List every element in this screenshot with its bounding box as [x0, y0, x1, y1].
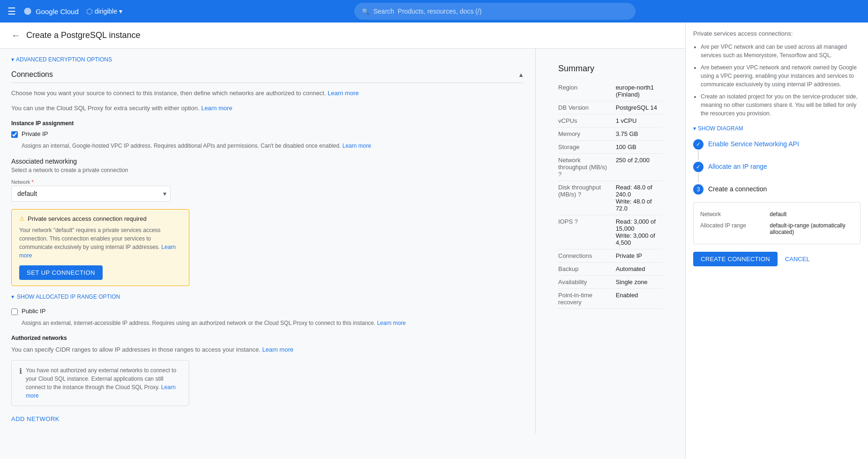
side-panel: Private services access connections: Are…	[685, 23, 868, 459]
warning-text: Your network "default" requires a privat…	[19, 226, 181, 260]
cancel-button[interactable]: CANCEL	[781, 252, 814, 266]
create-connection-button[interactable]: CREATE CONNECTION	[693, 252, 778, 266]
step-label: Create a connection	[708, 184, 767, 193]
summary-row: Point-in-time recoveryEnabled	[558, 289, 663, 309]
ip-range-value: default-ip-range (automatically allocate…	[770, 220, 853, 237]
logo-text: Google Cloud	[36, 8, 79, 15]
info-box: ℹ You have not authorized any external n…	[11, 360, 189, 406]
help-icon[interactable]: ?	[575, 218, 578, 225]
setup-connection-button[interactable]: SET UP CONNECTION	[19, 265, 103, 280]
table-row: Allocated IP range default-ip-range (aut…	[700, 220, 853, 237]
associated-networking-desc: Select a network to create a private con…	[11, 167, 524, 173]
back-button[interactable]: ←	[11, 30, 21, 41]
summary-row: Memory3.75 GB	[558, 128, 663, 141]
summary-row-label: vCPUs	[558, 114, 616, 128]
summary-table: Regioneurope-north1 (Finland)DB VersionP…	[558, 81, 663, 309]
summary-row: vCPUs1 vCPU	[558, 114, 663, 128]
nav-search-bar: 🔍	[354, 3, 636, 20]
summary-row-label: Disk throughput (MB/s) ?	[558, 181, 616, 215]
private-ip-label[interactable]: Private IP	[22, 130, 48, 137]
connections-section-title: Connections	[11, 70, 53, 79]
summary-row-value: 250 of 2,000	[616, 154, 663, 181]
summary-row-value: Enabled	[616, 289, 663, 309]
private-ip-checkbox[interactable]	[11, 131, 18, 138]
authorized-networks-desc: You can specify CIDR ranges to allow IP …	[11, 345, 524, 354]
summary-row-label: Availability	[558, 276, 616, 289]
connections-proxy-desc: You can use the Cloud SQL Proxy for extr…	[11, 104, 524, 113]
step-details-table: Network default Allocated IP range defau…	[699, 208, 854, 238]
private-ip-desc: Assigns an internal, Google-hosted VPC I…	[22, 142, 524, 150]
search-input[interactable]	[373, 8, 628, 15]
summary-row: Disk throughput (MB/s) ?Read: 48.0 of 24…	[558, 181, 663, 215]
main-content: ← Create a PostgreSQL instance ▾ ADVANCE…	[0, 23, 685, 459]
step-connector-line	[698, 150, 699, 160]
warning-icon: ⚠	[19, 215, 25, 222]
instance-ip-label: Instance IP assignment	[11, 120, 524, 127]
summary-row: Regioneurope-north1 (Finland)	[558, 81, 663, 101]
warning-title: Private services access connection requi…	[28, 215, 147, 222]
summary-row: Storage100 GB	[558, 141, 663, 154]
authorized-networks-learn-more[interactable]: Learn more	[262, 346, 293, 353]
panel-buttons: CREATE CONNECTION CANCEL	[693, 252, 861, 266]
summary-row: BackupAutomated	[558, 263, 663, 276]
step-number-icon: 3	[693, 184, 703, 195]
required-indicator: *	[31, 179, 33, 185]
summary-title: Summary	[558, 64, 663, 74]
show-ip-range-toggle[interactable]: ▾ SHOW ALLOCATED IP RANGE OPTION	[11, 293, 524, 300]
connections-header: Connections ▲	[11, 70, 524, 83]
help-icon[interactable]: ?	[558, 171, 561, 178]
connections-section: Connections ▲ Choose how you want your s…	[11, 70, 524, 426]
network-select[interactable]: default ▾	[11, 186, 171, 202]
warning-box: ⚠ Private services access connection req…	[11, 209, 189, 286]
nav-project[interactable]: ⬡ dirigible ▾	[86, 7, 122, 16]
side-panel-intro: Private services access connections:	[693, 30, 861, 37]
summary-row-value: PostgreSQL 14	[616, 101, 663, 114]
summary-row-label: Connections	[558, 249, 616, 263]
step-label: Allocate an IP range	[708, 162, 767, 170]
help-icon[interactable]: ?	[578, 191, 581, 198]
project-dropdown-icon: ▾	[119, 8, 122, 15]
connections-learn-more-2[interactable]: Learn more	[201, 105, 232, 112]
summary-row-label: DB Version	[558, 101, 616, 114]
public-ip-desc: Assigns an external, internet-accessible…	[22, 319, 524, 327]
bullet-list: Are per VPC network and can be used acro…	[693, 43, 861, 118]
public-ip-learn-more[interactable]: Learn more	[377, 320, 405, 326]
network-select-value: default	[17, 190, 37, 197]
summary-row-value: Single zone	[616, 276, 663, 289]
chevron-down-icon-ip: ▾	[11, 293, 14, 300]
public-ip-label[interactable]: Public IP	[22, 308, 45, 315]
network-field: Network * default ▾	[11, 179, 524, 202]
menu-icon[interactable]: ☰	[7, 6, 16, 17]
step-details: Network default Allocated IP range defau…	[693, 202, 861, 244]
private-ip-learn-more[interactable]: Learn more	[343, 143, 371, 149]
authorized-networks-title: Authorized networks	[11, 335, 524, 341]
select-arrow-icon: ▾	[163, 190, 166, 197]
summary-row: AvailabilitySingle zone	[558, 276, 663, 289]
connections-learn-more-1[interactable]: Learn more	[328, 90, 359, 97]
summary-row-value: Private IP	[616, 249, 663, 263]
add-network-button[interactable]: ADD NETWORK	[11, 412, 60, 426]
advanced-encryption-toggle[interactable]: ▾ ADVANCED ENCRYPTION OPTIONS	[11, 56, 524, 63]
list-item: Are per VPC network and can be used acro…	[701, 43, 861, 60]
collapse-icon[interactable]: ▲	[518, 71, 524, 78]
info-row: ℹ You have not authorized any external n…	[19, 366, 181, 400]
step-item: 3Create a connection	[693, 184, 861, 195]
associated-networking-title: Associated networking	[11, 158, 524, 165]
chevron-down-icon: ▾	[11, 56, 14, 63]
step-label: Enable Service Networking API	[708, 139, 799, 148]
private-ip-row: Private IP	[11, 130, 524, 138]
network-field-label: Network *	[11, 179, 524, 185]
info-icon: ℹ	[19, 367, 22, 376]
steps-list: ✓Enable Service Networking API✓Allocate …	[693, 139, 861, 195]
summary-column: Summary Regioneurope-north1 (Finland)DB …	[535, 49, 685, 434]
summary-row: ConnectionsPrivate IP	[558, 249, 663, 263]
summary-panel: Summary Regioneurope-north1 (Finland)DB …	[547, 56, 674, 316]
show-diagram-toggle[interactable]: ▾ SHOW DIAGRAM	[693, 125, 861, 132]
page-container: ← Create a PostgreSQL instance ▾ ADVANCE…	[0, 23, 868, 459]
step-item: ✓Enable Service Networking API	[693, 139, 861, 161]
summary-row-value: Read: 48.0 of 240.0 Write: 48.0 of 72.0	[616, 181, 663, 215]
page-header: ← Create a PostgreSQL instance	[0, 23, 685, 49]
public-ip-checkbox[interactable]	[11, 309, 18, 315]
network-value: default	[770, 209, 853, 219]
step-check-icon: ✓	[693, 162, 703, 172]
